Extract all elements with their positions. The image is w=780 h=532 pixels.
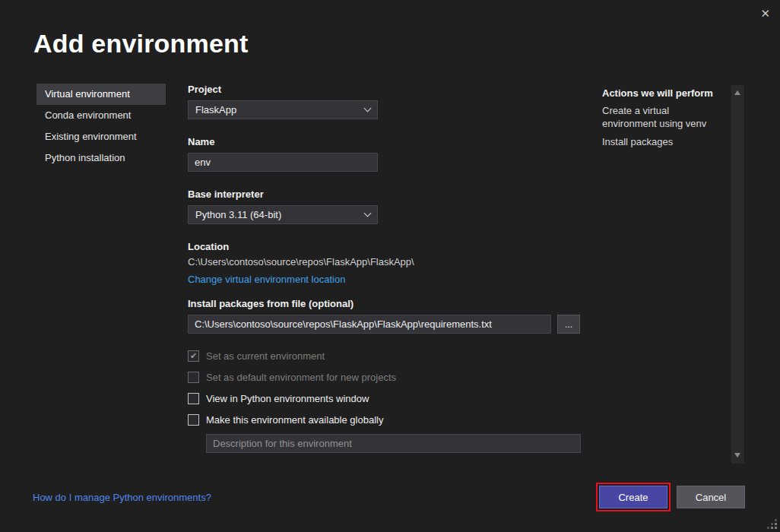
location-path: C:\Users\contoso\source\repos\FlaskApp\F… (188, 256, 583, 268)
name-input[interactable] (188, 153, 378, 172)
view-environments-checkbox[interactable] (188, 393, 199, 404)
base-interpreter-dropdown-value: Python 3.11 (64-bit) (195, 209, 281, 220)
resize-grip-icon[interactable] (766, 518, 777, 529)
scroll-up-icon[interactable] (731, 87, 744, 100)
actions-panel: Actions we will perform Create a virtual… (602, 87, 722, 154)
sidebar-item-python-installation[interactable]: Python installation (36, 147, 166, 169)
project-dropdown-value: FlaskApp (195, 104, 236, 116)
checkbox-row-view-environments[interactable]: View in Python environments window (188, 391, 583, 405)
sidebar-item-virtual-environment[interactable]: Virtual environment (36, 84, 166, 105)
sidebar: Virtual environment Conda environment Ex… (36, 84, 166, 169)
environment-form: Project FlaskApp Name Base interpreter P… (188, 84, 583, 453)
description-input[interactable] (206, 434, 581, 453)
sidebar-item-conda-environment[interactable]: Conda environment (36, 105, 166, 126)
checkbox-label: Set as default environment for new proje… (206, 372, 396, 383)
dialog-title: Add environment (33, 29, 249, 59)
actions-panel-title: Actions we will perform (602, 87, 722, 99)
sidebar-item-existing-environment[interactable]: Existing environment (36, 126, 166, 147)
create-annotation-box: Create (596, 483, 671, 511)
base-interpreter-dropdown[interactable]: Python 3.11 (64-bit) (188, 205, 378, 224)
name-label: Name (188, 136, 583, 147)
checkbox-row-set-default[interactable]: Set as default environment for new proje… (188, 370, 583, 384)
install-packages-input[interactable] (188, 315, 551, 334)
help-link[interactable]: How do I manage Python environments? (33, 492, 211, 503)
checkbox-label: View in Python environments window (206, 393, 369, 404)
project-label: Project (188, 84, 583, 95)
scroll-down-icon[interactable] (731, 449, 744, 461)
install-packages-group: Install packages from file (optional) ..… (188, 298, 583, 334)
create-button[interactable]: Create (599, 486, 667, 508)
chevron-down-icon (364, 210, 372, 217)
action-item: Install packages (602, 135, 722, 148)
browse-button[interactable]: ... (557, 315, 580, 334)
cancel-button[interactable]: Cancel (677, 486, 745, 508)
chevron-down-icon (364, 105, 372, 112)
project-group: Project FlaskApp (188, 84, 583, 119)
install-packages-label: Install packages from file (optional) (188, 298, 583, 309)
scrollbar[interactable] (731, 85, 744, 464)
location-group: Location C:\Users\contoso\source\repos\F… (188, 241, 583, 286)
name-group: Name (188, 136, 583, 172)
close-icon[interactable]: ✕ (760, 6, 770, 21)
base-interpreter-group: Base interpreter Python 3.11 (64-bit) (188, 188, 583, 224)
checkbox-label: Make this environment available globally (206, 414, 383, 426)
checkbox-row-available-globally[interactable]: Make this environment available globally (188, 413, 583, 426)
action-item: Create a virtual environment using venv (602, 104, 722, 130)
base-interpreter-label: Base interpreter (188, 188, 583, 200)
checkbox-section: ✔ Set as current environment Set as defa… (188, 349, 583, 453)
checkbox-label: Set as current environment (206, 350, 325, 362)
checkmark-icon: ✔ (190, 352, 197, 360)
change-location-link[interactable]: Change virtual environment location (188, 274, 345, 285)
set-default-checkbox[interactable] (188, 372, 199, 383)
available-globally-checkbox[interactable] (188, 414, 199, 426)
checkbox-row-set-current[interactable]: ✔ Set as current environment (188, 349, 583, 363)
project-dropdown[interactable]: FlaskApp (188, 100, 378, 119)
set-current-checkbox[interactable]: ✔ (188, 350, 199, 362)
location-label: Location (188, 241, 583, 252)
